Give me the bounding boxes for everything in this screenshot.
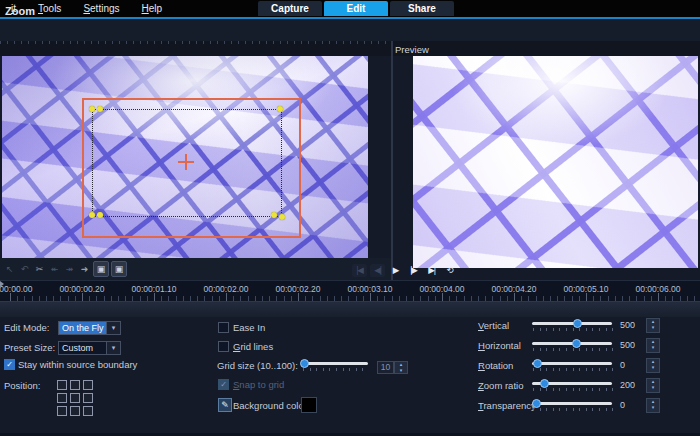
menu-item-settings[interactable]: Settings [72, 0, 130, 17]
spin-down-icon[interactable]: ▾ [647, 345, 659, 352]
slider-track[interactable] [302, 362, 368, 365]
position-grid [57, 380, 93, 416]
slider[interactable] [532, 358, 616, 372]
timeline-ruler[interactable]: 00:00:00.0000:00:00.2000:00:01.1000:00:0… [0, 280, 700, 302]
snap-to-grid-checkbox[interactable]: ✓ [218, 379, 229, 390]
tab-capture[interactable]: Capture [258, 1, 322, 16]
stay-within-checkbox[interactable]: ✓ [4, 359, 15, 370]
edit-mode-dropdown[interactable]: On the Fly ▾ [58, 321, 121, 335]
slider-ticks [303, 368, 369, 371]
grid-size-spinner[interactable]: ▴ ▾ [394, 361, 408, 374]
grid-size-slider[interactable] [302, 358, 386, 372]
selection-handle[interactable] [97, 212, 103, 218]
next-tool-icon[interactable]: ↠ [63, 262, 76, 276]
ease-in-checkbox[interactable] [218, 322, 229, 333]
select-tool-icon[interactable]: ↖ [3, 262, 16, 276]
edit-canvas[interactable] [2, 56, 368, 258]
spin-down-icon[interactable]: ▾ [395, 368, 407, 374]
spin-down-icon[interactable]: ▾ [647, 365, 659, 372]
background-color-swatch[interactable] [301, 397, 317, 413]
position-cell[interactable] [70, 393, 80, 403]
slider[interactable] [532, 338, 616, 352]
app-window: it Tools Settings Help Capture Edit Shar… [0, 0, 700, 436]
preview-glow [413, 56, 698, 268]
undo-tool-icon[interactable]: ↶ [18, 262, 31, 276]
pan-tool-icon[interactable]: ➜ [78, 262, 91, 276]
position-cell[interactable] [83, 380, 93, 390]
preset-size-value: Custom [59, 342, 106, 354]
slider-spinner[interactable]: ▴ ▾ [646, 378, 660, 393]
slider-value: 500 [616, 320, 646, 330]
preview-canvas [413, 56, 698, 268]
loop-button[interactable]: ⟲ [442, 264, 457, 277]
slider[interactable] [532, 318, 616, 332]
slider[interactable] [532, 398, 616, 412]
slider-thumb[interactable] [573, 319, 582, 328]
position-cell[interactable] [83, 406, 93, 416]
slider-row: Rotation 0 ▴ ▾ [478, 355, 678, 375]
grid-size-value[interactable]: 10 [377, 361, 394, 374]
edit-mode-label: Edit Mode: [4, 322, 49, 333]
slider-label: Zoom ratio [478, 380, 532, 391]
go-to-start-button[interactable]: |◀ [352, 264, 367, 277]
tab-share[interactable]: Share [390, 1, 454, 16]
chevron-down-icon[interactable]: ▾ [106, 342, 120, 354]
slider-value: 500 [616, 340, 646, 350]
slider-value: 0 [616, 400, 646, 410]
position-cell[interactable] [57, 406, 67, 416]
position-cell[interactable] [57, 380, 67, 390]
selection-handle[interactable] [97, 106, 103, 112]
slider-spinner[interactable]: ▴ ▾ [646, 398, 660, 413]
menu-bar: it Tools Settings Help Capture Edit Shar… [0, 0, 700, 17]
slider-thumb[interactable] [532, 399, 541, 408]
selection-center-cross[interactable] [178, 154, 194, 170]
slider-row: Vertical 500 ▴ ▾ [478, 315, 678, 335]
chevron-down-icon[interactable]: ▾ [106, 322, 120, 334]
selection-handle[interactable] [271, 212, 277, 218]
slider-thumb[interactable] [300, 359, 309, 368]
spin-down-icon[interactable]: ▾ [647, 325, 659, 332]
playhead-marker[interactable] [0, 281, 4, 287]
slider-track[interactable] [532, 322, 612, 325]
slider-spinner[interactable]: ▴ ▾ [646, 338, 660, 353]
main-tabs: Capture Edit Share [258, 1, 454, 16]
grid-lines-checkbox[interactable] [218, 341, 229, 352]
slider-ticks [533, 348, 613, 351]
cut-tool-icon[interactable]: ✂ [33, 262, 46, 276]
slider-thumb[interactable] [540, 379, 549, 388]
slider-spinner[interactable]: ▴ ▾ [646, 358, 660, 373]
position-cell[interactable] [57, 393, 67, 403]
prev-tool-icon[interactable]: ↞ [48, 262, 61, 276]
slider-ticks [533, 408, 613, 411]
panel-divider [391, 41, 393, 300]
selection-handle[interactable] [89, 106, 95, 112]
slider[interactable] [532, 378, 616, 392]
selection-handle[interactable] [89, 212, 95, 218]
selection-handle[interactable] [279, 214, 285, 220]
go-to-end-button[interactable]: ▶| [424, 264, 439, 277]
spin-down-icon[interactable]: ▾ [647, 385, 659, 392]
slider-value: 0 [616, 360, 646, 370]
selection-handle[interactable] [277, 106, 283, 112]
previous-frame-button[interactable]: ◀| [370, 264, 385, 277]
tab-edit[interactable]: Edit [324, 1, 388, 16]
position-cell[interactable] [70, 380, 80, 390]
slider-thumb[interactable] [533, 359, 542, 368]
slider-value: 200 [616, 380, 646, 390]
next-frame-button[interactable]: |▶ [406, 264, 421, 277]
image-tool-icon[interactable]: ▣ [111, 261, 127, 277]
slider-thumb[interactable] [572, 339, 581, 348]
preset-size-dropdown[interactable]: Custom ▾ [58, 341, 121, 355]
panel-title: Zoom [5, 5, 35, 17]
slider-row: Zoom ratio 200 ▴ ▾ [478, 375, 678, 395]
position-cell[interactable] [83, 393, 93, 403]
pencil-icon[interactable]: ✎ [218, 398, 232, 412]
play-button[interactable]: ▶ [388, 264, 403, 277]
spin-down-icon[interactable]: ▾ [647, 405, 659, 412]
menu-item-help[interactable]: Help [131, 0, 174, 17]
slider-track[interactable] [532, 362, 612, 365]
slider-spinner[interactable]: ▴ ▾ [646, 318, 660, 333]
slider-track[interactable] [532, 402, 612, 405]
position-cell[interactable] [70, 406, 80, 416]
snapshot-tool-icon[interactable]: ▣ [93, 261, 109, 277]
